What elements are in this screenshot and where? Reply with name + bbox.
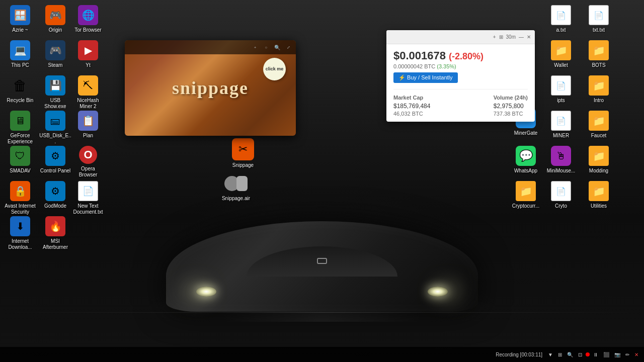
taskbar-btn-down[interactable]: ▼ bbox=[546, 352, 554, 357]
desktop-icon-godmode[interactable]: ⚙ GodMode bbox=[38, 181, 73, 210]
market-cap-btc: 46,032 BTC bbox=[393, 111, 430, 117]
desktop-icon-tor-browser[interactable]: 🌐 Tor Browser bbox=[70, 5, 106, 34]
desktop-icon-bots[interactable]: 📁 BOTS bbox=[581, 40, 616, 69]
crypto-time-label: 30m bbox=[506, 34, 516, 40]
volume-value: $2,975,800 bbox=[494, 103, 528, 110]
desktop-icon-snippage[interactable]: ✂ Snippage bbox=[225, 138, 261, 169]
snippage-logo: snippage bbox=[172, 77, 249, 99]
taskbar-btn-window[interactable]: ⊡ bbox=[577, 352, 584, 357]
desktop-icon-minimouse[interactable]: 🖱 MiniMouse... bbox=[543, 146, 579, 174]
crypto-change-pct: (-2.80%) bbox=[449, 51, 484, 62]
crypto-body: $0.001678 (-2.80%) 0.00000042 BTC (3.35%… bbox=[386, 44, 535, 122]
crypto-stats: Market Cap $185,769,484 46,032 BTC Volum… bbox=[393, 89, 528, 117]
desktop-icon-usb-disk[interactable]: 🖴 USB_Disk_E... bbox=[38, 111, 73, 145]
taskbar-btn-pause[interactable]: ⏸ bbox=[592, 352, 600, 357]
desktop-icon-txt-txt[interactable]: 📄 txt.txt bbox=[581, 5, 616, 34]
taskbar-btn-grid[interactable]: ⊞ bbox=[556, 352, 564, 357]
desktop-icon-yt[interactable]: ▶ Yt bbox=[70, 40, 106, 69]
taskbar: Recording [00:03:11] ▼ ⊞ 🔍 ⊡ ⏸ ⬛ 📷 ✏ ✕ bbox=[0, 347, 644, 362]
crypto-btc-line: 0.00000042 BTC (3.35%) bbox=[393, 63, 528, 69]
desktop-icon-internet-dl[interactable]: ⬇ Internet Downloa... bbox=[3, 216, 38, 251]
snippage-content: snippage click me bbox=[125, 40, 296, 136]
snippage-circle-btn[interactable]: ○ bbox=[263, 44, 270, 51]
crypto-titlebar: + ⊞ 30m — ✕ bbox=[386, 30, 535, 44]
taskbar-btn-close[interactable]: ✕ bbox=[633, 352, 640, 357]
crypto-btc-change: (3.35%) bbox=[437, 63, 456, 69]
desktop-icon-miner-file[interactable]: 📄 MINER bbox=[543, 111, 579, 139]
crypto-plus-btn[interactable]: + bbox=[493, 34, 496, 40]
desktop-icon-steam[interactable]: 🎮 Steam bbox=[38, 40, 73, 69]
recording-label: Recording [00:03:11] bbox=[496, 352, 542, 357]
snippage-window: + ○ 🔍 ⤢ snippage click me bbox=[125, 40, 296, 136]
crypto-btc-amount: 0.00000042 BTC bbox=[393, 63, 435, 69]
desktop-icon-plan[interactable]: 📋 Plan bbox=[70, 111, 106, 139]
desktop-icon-azrie[interactable]: 🪟 Azrie ~ bbox=[3, 5, 38, 34]
desktop-icon-a-txt[interactable]: 📄 a.txt bbox=[543, 5, 579, 34]
click-me-bubble[interactable]: click me bbox=[263, 58, 286, 80]
snippage-titlebar: + ○ 🔍 ⤢ bbox=[125, 40, 296, 54]
taskbar-btn-search[interactable]: 🔍 bbox=[566, 352, 575, 357]
volume-label: Volume (24h) bbox=[494, 95, 528, 101]
desktop-icon-opera[interactable]: O Opera Browser bbox=[70, 146, 106, 178]
crypto-settings-btn[interactable]: ⊞ bbox=[499, 34, 503, 40]
taskbar-btn-screenshot[interactable]: 📷 bbox=[613, 352, 622, 357]
desktop-icon-control-panel[interactable]: ⚙ Control Panel bbox=[38, 146, 73, 174]
desktop-icon-smadav[interactable]: 🛡 SMADAV bbox=[3, 146, 38, 174]
desktop-icon-whatsapp[interactable]: 💬 WhatsApp bbox=[508, 146, 543, 174]
desktop-icon-msi[interactable]: 🔥 MSI Afterburner bbox=[38, 216, 73, 251]
desktop-icon-this-pc[interactable]: 💻 This PC bbox=[3, 40, 38, 69]
desktop-icon-faucet[interactable]: 📁 Faucet bbox=[581, 111, 616, 139]
market-cap-section: Market Cap $185,769,484 46,032 BTC bbox=[393, 95, 430, 117]
desktop-icon-avast[interactable]: 🔒 Avast Internet Security bbox=[3, 181, 38, 216]
crypto-price: $0.001678 bbox=[393, 49, 446, 62]
desktop-icon-utilities[interactable]: 📁 Utilities bbox=[581, 181, 616, 210]
desktop-icon-cryptocurr[interactable]: 📁 Cryptocurr... bbox=[508, 181, 543, 210]
crypto-widget: + ⊞ 30m — ✕ $0.001678 (-2.80%) 0.0000004… bbox=[386, 30, 535, 122]
market-cap-label: Market Cap bbox=[393, 95, 430, 101]
desktop-icon-snippage-air[interactable]: Snippage.air bbox=[218, 173, 254, 202]
volume-section: Volume (24h) $2,975,800 737.38 BTC bbox=[494, 95, 528, 117]
desktop-icon-new-text[interactable]: 📄 New Text Document.txt bbox=[70, 181, 106, 216]
snippage-plus-btn[interactable]: + bbox=[252, 44, 259, 51]
desktop: 🪟 Azrie ~ 🎮 Origin 🌐 Tor Browser 💻 This … bbox=[0, 0, 644, 362]
desktop-icon-usb-show[interactable]: 💾 USB Show.exe bbox=[38, 75, 73, 110]
snippage-search-btn[interactable]: 🔍 bbox=[274, 44, 281, 51]
desktop-icon-cryto[interactable]: 📄 Cryto bbox=[543, 181, 579, 210]
volume-btc: 737.38 BTC bbox=[494, 111, 528, 117]
desktop-icon-wallet[interactable]: 📁 Wallet bbox=[543, 40, 579, 69]
desktop-icon-recycle-bin[interactable]: 🗑 Recycle Bin bbox=[3, 75, 38, 104]
taskbar-controls: ▼ ⊞ 🔍 ⊡ ⏸ ⬛ 📷 ✏ ✕ bbox=[546, 352, 640, 357]
desktop-icon-ipts[interactable]: 📄 ipts bbox=[543, 75, 579, 104]
desktop-icon-intro[interactable]: 📁 Intro bbox=[581, 75, 616, 104]
desktop-icon-geforce[interactable]: 🖥 GeForce Experience bbox=[3, 111, 38, 145]
crypto-titlebar-actions: + ⊞ 30m — ✕ bbox=[493, 34, 531, 40]
taskbar-btn-draw[interactable]: ✏ bbox=[624, 352, 631, 357]
desktop-icon-nicehash[interactable]: ⛏ NiceHash Miner 2 bbox=[70, 75, 106, 110]
snippage-expand-btn[interactable]: ⤢ bbox=[285, 44, 292, 51]
buy-sell-button[interactable]: ⚡ Buy / Sell Instantly bbox=[393, 72, 458, 83]
recording-indicator bbox=[586, 352, 590, 356]
crypto-close-btn[interactable]: ✕ bbox=[527, 34, 531, 40]
taskbar-btn-stop[interactable]: ⬛ bbox=[602, 352, 611, 357]
desktop-icon-modding[interactable]: 📁 Modding bbox=[581, 146, 616, 174]
market-cap-value: $185,769,484 bbox=[393, 103, 430, 110]
recording-info: Recording [00:03:11] bbox=[496, 352, 542, 357]
crypto-minimize-btn[interactable]: — bbox=[519, 34, 524, 40]
desktop-icon-origin[interactable]: 🎮 Origin bbox=[38, 5, 73, 34]
